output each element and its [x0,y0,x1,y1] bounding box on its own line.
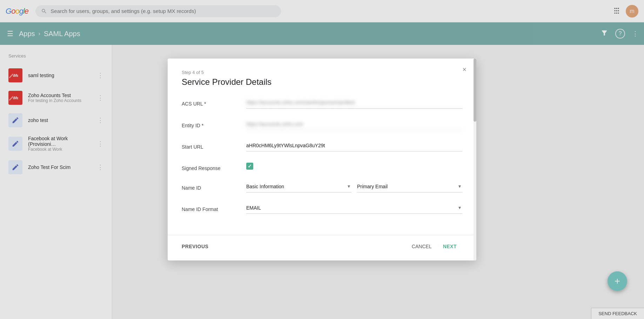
acs-url-value [246,97,462,109]
previous-button[interactable]: PREVIOUS [182,241,208,252]
dialog-step: Step 4 of 5 [182,70,462,75]
start-url-label: Start URL [182,140,238,150]
start-url-value [246,140,462,151]
name-id-select2[interactable]: Primary Email Secondary Email [357,181,462,192]
name-id-format-value: EMAIL UNSPECIFIED PERSISTENT ▾ [246,202,462,214]
signed-response-label: Signed Response [182,161,238,171]
signed-response-checkbox[interactable] [246,163,253,170]
modal-overlay: × Step 4 of 5 Service Provider Details A… [0,0,644,319]
name-id-select1-wrapper: Basic Information Custom Attributes ▾ [246,181,351,192]
dialog-footer: PREVIOUS CANCEL NEXT [168,235,476,260]
name-id-format-select[interactable]: EMAIL UNSPECIFIED PERSISTENT [246,202,462,214]
start-url-input[interactable] [246,140,462,151]
dialog-content: Step 4 of 5 Service Provider Details ACS… [168,59,476,232]
signed-response-value [246,161,462,170]
cancel-button[interactable]: CANCEL [406,241,437,252]
acs-url-label: ACS URL * [182,97,238,107]
name-id-value: Basic Information Custom Attributes ▾ Pr… [246,181,462,192]
next-button[interactable]: NEXT [437,241,462,252]
entity-id-label: Entity ID * [182,118,238,128]
name-id-label: Name ID [182,181,238,191]
name-id-format-label: Name ID Format [182,202,238,212]
dialog-title: Service Provider Details [182,77,462,87]
name-id-row: Name ID Basic Information Custom Attribu… [182,181,462,192]
name-id-format-row: Name ID Format EMAIL UNSPECIFIED PERSIST… [182,202,462,214]
name-id-format-select-wrapper: EMAIL UNSPECIFIED PERSISTENT ▾ [246,202,462,214]
name-id-select2-wrapper: Primary Email Secondary Email ▾ [357,181,462,192]
dialog: × Step 4 of 5 Service Provider Details A… [168,59,476,260]
signed-response-row: Signed Response [182,161,462,171]
acs-url-row: ACS URL * [182,97,462,109]
name-id-selects: Basic Information Custom Attributes ▾ Pr… [246,181,462,192]
entity-id-row: Entity ID * [182,118,462,130]
start-url-row: Start URL [182,140,462,151]
entity-id-input[interactable] [246,118,462,130]
scrollbar-thumb[interactable] [474,59,476,122]
name-id-select1[interactable]: Basic Information Custom Attributes [246,181,351,192]
acs-url-input[interactable] [246,97,462,108]
dialog-close-button[interactable]: × [459,64,469,75]
entity-id-value [246,118,462,130]
dialog-scrollbar[interactable] [474,59,476,260]
